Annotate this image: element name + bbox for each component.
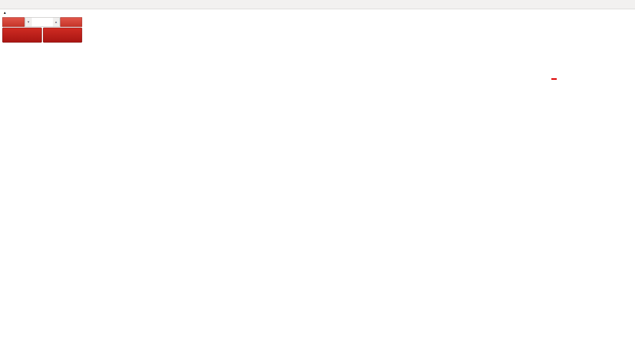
buy-button[interactable] (60, 17, 82, 27)
volume-decrement-button[interactable]: ▼ (25, 18, 32, 26)
macd-label (3, 224, 8, 229)
up-arrow-icon: ▲ (54, 20, 58, 24)
collapse-triangle-icon[interactable]: ▲ (3, 11, 7, 15)
volume-input[interactable] (32, 18, 53, 26)
symbol-info: ▲ (3, 11, 20, 15)
price-callout[interactable] (551, 78, 557, 80)
toolbar (0, 0, 635, 9)
down-arrow-icon: ▼ (27, 20, 30, 24)
sell-button[interactable] (2, 17, 25, 27)
chart-canvas[interactable] (0, 9, 635, 364)
sell-price[interactable] (2, 28, 42, 43)
buy-price[interactable] (43, 28, 82, 43)
volume-stepper: ▼ ▲ (25, 17, 60, 27)
chart-window: ▲ ▼ ▲ (0, 9, 635, 364)
volume-increment-button[interactable]: ▲ (53, 18, 59, 26)
one-click-trading-panel: ▼ ▲ (2, 17, 82, 43)
rsi-label (3, 292, 7, 296)
